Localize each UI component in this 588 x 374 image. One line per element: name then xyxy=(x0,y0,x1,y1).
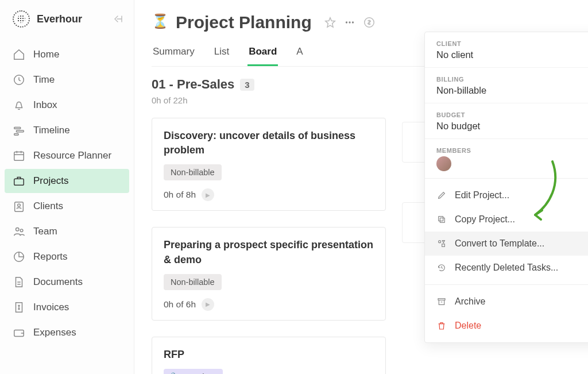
dropdown-label: BILLING xyxy=(436,76,486,83)
sidebar-item-label: Time xyxy=(33,74,55,86)
dropdown-section-client[interactable]: CLIENT No client xyxy=(425,32,588,67)
dropdown-actions-danger: Archive Delete xyxy=(425,285,588,342)
svg-point-7 xyxy=(18,204,21,207)
sidebar-item-home[interactable]: Home xyxy=(5,43,129,67)
svg-point-12 xyxy=(346,21,347,23)
collapse-sidebar-icon[interactable] xyxy=(112,14,125,24)
sidebar-item-invoices[interactable]: Invoices xyxy=(5,295,129,319)
sidebar: Everhour Home Time Inbox Timeline xyxy=(0,0,134,374)
brand-row: Everhour xyxy=(0,10,134,38)
column-count-chip: 3 xyxy=(240,79,254,91)
calendar-icon xyxy=(13,149,25,162)
svg-rect-4 xyxy=(14,152,24,161)
action-edit-project[interactable]: Edit Project... xyxy=(425,183,588,207)
dropdown-actions: Edit Project... Copy Project... Convert … xyxy=(425,179,588,284)
action-convert-to-template[interactable]: Convert to Template... xyxy=(425,232,588,256)
tag-non-billable: Non-billable xyxy=(164,274,222,290)
task-card-title: Preparing a prospect specific presentati… xyxy=(164,238,374,267)
member-avatar xyxy=(436,156,451,171)
task-hours: 0h of 6h xyxy=(164,299,196,310)
play-icon[interactable]: ▶ xyxy=(202,188,214,201)
sidebar-item-label: Projects xyxy=(33,175,68,187)
sidebar-item-documents[interactable]: Documents xyxy=(5,270,129,294)
sidebar-item-label: Clients xyxy=(33,201,63,212)
action-archive[interactable]: Archive xyxy=(425,290,588,314)
sidebar-item-label: Expenses xyxy=(33,327,76,338)
sidebar-item-label: Inbox xyxy=(33,99,57,111)
sidebar-item-projects[interactable]: Projects xyxy=(5,169,129,193)
trash-icon xyxy=(436,321,447,331)
column-title: 01 - Pre-Sales xyxy=(152,77,234,92)
dropdown-section-billing[interactable]: BILLING Non-billable xyxy=(425,67,588,103)
sidebar-item-label: Invoices xyxy=(33,302,69,313)
tab-list[interactable]: List xyxy=(213,45,230,66)
sidebar-item-inbox[interactable]: Inbox xyxy=(5,93,129,117)
tab-board[interactable]: Board xyxy=(247,45,278,66)
play-icon[interactable]: ▶ xyxy=(202,298,214,311)
project-actions-dropdown: CLIENT No client BILLING Non-billable BU… xyxy=(424,32,588,343)
action-recently-deleted[interactable]: Recently Deleted Tasks... xyxy=(425,256,588,280)
briefcase-icon xyxy=(13,175,25,187)
svg-point-14 xyxy=(352,21,354,23)
task-card-title: RFP xyxy=(164,348,374,362)
sidebar-item-label: Resource Planner xyxy=(33,150,111,161)
action-label: Convert to Template... xyxy=(455,238,544,249)
timeline-icon xyxy=(13,124,25,137)
archive-icon xyxy=(436,296,447,307)
sidebar-item-reports[interactable]: Reports xyxy=(5,245,129,269)
shapes-icon xyxy=(436,238,447,249)
action-label: Archive xyxy=(455,296,485,307)
dropdown-value: No client xyxy=(436,49,473,60)
dropdown-section-members[interactable]: MEMBERS xyxy=(425,138,588,178)
task-card[interactable]: Preparing a prospect specific presentati… xyxy=(152,227,386,320)
tab-partial[interactable]: A xyxy=(295,45,304,66)
action-delete[interactable]: Delete xyxy=(425,314,588,338)
task-hours: 0h of 8h xyxy=(164,190,196,200)
brand-name: Everhour xyxy=(37,13,105,25)
svg-rect-20 xyxy=(440,218,444,222)
action-label: Delete xyxy=(455,321,481,331)
sidebar-item-expenses[interactable]: Expenses xyxy=(5,321,129,345)
sidebar-item-label: Timeline xyxy=(33,125,70,136)
svg-rect-3 xyxy=(14,134,18,136)
task-card[interactable]: Discovery: uncover details of business p… xyxy=(152,118,386,211)
svg-rect-2 xyxy=(16,130,24,132)
sidebar-item-time[interactable]: Time xyxy=(5,68,129,92)
sidebar-item-resource-planner[interactable]: Resource Planner xyxy=(5,144,129,168)
copy-icon xyxy=(436,214,447,225)
team-icon xyxy=(13,225,25,238)
dropdown-section-budget[interactable]: BUDGET No budget xyxy=(425,103,588,138)
dropdown-label: BUDGET xyxy=(436,111,480,118)
project-header: ⏳ Project Planning xyxy=(152,13,571,32)
svg-rect-22 xyxy=(442,244,445,247)
svg-rect-19 xyxy=(439,217,443,221)
pie-chart-icon xyxy=(13,250,25,263)
dropdown-value: No budget xyxy=(436,121,480,132)
bell-icon xyxy=(13,99,25,111)
dropdown-value: Non-billable xyxy=(436,85,486,96)
dropdown-label: CLIENT xyxy=(436,40,473,47)
sidebar-item-label: Home xyxy=(33,49,59,60)
task-card[interactable]: RFP 📎Readme xyxy=(152,337,386,374)
svg-point-13 xyxy=(349,21,350,23)
currency-icon[interactable] xyxy=(362,16,376,29)
sidebar-nav: Home Time Inbox Timeline Resource Planne… xyxy=(0,38,134,349)
svg-point-9 xyxy=(20,229,23,232)
brand-logo-icon xyxy=(13,10,30,28)
invoice-icon xyxy=(13,301,25,314)
star-icon[interactable] xyxy=(323,16,337,29)
more-horizontal-icon[interactable] xyxy=(343,16,357,29)
tag-non-billable: Non-billable xyxy=(164,164,222,180)
tab-summary[interactable]: Summary xyxy=(152,45,196,66)
sidebar-item-timeline[interactable]: Timeline xyxy=(5,118,129,142)
sidebar-item-label: Reports xyxy=(33,251,68,263)
sidebar-item-team[interactable]: Team xyxy=(5,219,129,244)
action-copy-project[interactable]: Copy Project... xyxy=(425,207,588,232)
sidebar-item-clients[interactable]: Clients xyxy=(5,194,129,218)
home-icon xyxy=(13,48,25,61)
task-card-title: Discovery: uncover details of business p… xyxy=(164,129,374,157)
tag-readme: 📎Readme xyxy=(164,369,223,374)
wallet-icon xyxy=(13,326,25,339)
svg-rect-1 xyxy=(14,128,21,129)
sidebar-item-label: Documents xyxy=(33,276,83,288)
